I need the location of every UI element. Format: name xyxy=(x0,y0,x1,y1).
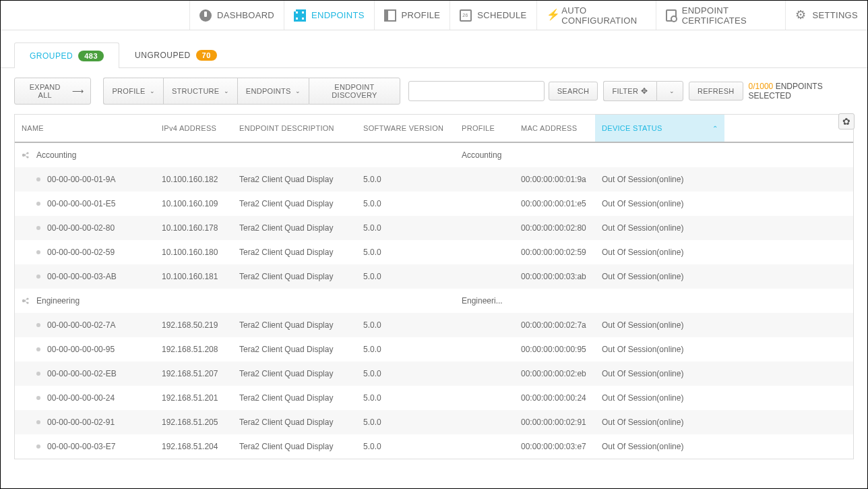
cell-desc: Tera2 Client Quad Display xyxy=(232,345,356,354)
table-row[interactable]: 00-00-00-00-00-24192.168.51.201Tera2 Cli… xyxy=(15,386,853,410)
nav-dashboard[interactable]: DASHBOARD xyxy=(189,1,284,30)
group-row[interactable]: AccountingAccounting xyxy=(15,143,853,167)
endpoints-button[interactable]: ENDPOINTS⌄ xyxy=(237,78,309,105)
col-mac-label: MAC ADDRESS xyxy=(521,124,577,132)
cell-status: Out Of Session(online) xyxy=(595,272,724,281)
nav-profile[interactable]: PROFILE xyxy=(374,1,450,30)
cell-ip: 10.100.160.180 xyxy=(155,248,232,257)
col-mac[interactable]: MAC ADDRESS xyxy=(514,124,595,132)
group-name: Engineering xyxy=(36,296,80,306)
group-profile: Engineeri... xyxy=(455,296,514,306)
cell-mac: 00:00:00:00:02:59 xyxy=(514,248,595,257)
cell-ip: 10.100.160.109 xyxy=(155,199,232,208)
cell-name: 00-00-00-00-02-80 xyxy=(47,223,115,233)
cell-ip: 192.168.50.219 xyxy=(155,320,232,330)
table-row[interactable]: 00-00-00-00-02-EB192.168.51.207Tera2 Cli… xyxy=(15,362,853,386)
bullet-icon xyxy=(36,396,40,400)
refresh-button[interactable]: REFRESH xyxy=(689,82,743,100)
group-profile: Accounting xyxy=(455,150,514,160)
table-row[interactable]: 00-00-00-00-03-E7192.168.51.204Tera2 Cli… xyxy=(15,434,853,459)
nav-settings[interactable]: SETTINGS xyxy=(785,1,867,30)
cell-status: Out Of Session(online) xyxy=(595,199,724,208)
grid-settings-button[interactable]: ✿ xyxy=(838,113,855,130)
cell-desc: Tera2 Client Quad Display xyxy=(232,320,356,330)
expand-icon: ⟶ xyxy=(72,86,82,96)
cell-mac: 00:00:00:00:02:80 xyxy=(514,223,595,233)
nav-endpoints[interactable]: ENDPOINTS xyxy=(284,1,374,30)
nav-auto[interactable]: AUTO CONFIGURATION xyxy=(536,1,656,30)
action-group: PROFILE⌄ STRUCTURE⌄ ENDPOINTS⌄ ENDPOINT … xyxy=(103,78,400,105)
discovery-button[interactable]: ENDPOINT DISCOVERY xyxy=(309,78,400,105)
bullet-icon xyxy=(36,347,40,351)
search-button-label: SEARCH xyxy=(557,87,590,95)
cell-name: 00-00-00-00-01-9A xyxy=(47,175,115,184)
nav-schedule[interactable]: SCHEDULE xyxy=(450,1,536,30)
expand-all-button[interactable]: EXPAND ALL⟶ xyxy=(14,78,91,105)
grid-body[interactable]: AccountingAccounting00-00-00-00-01-9A10.… xyxy=(15,143,853,459)
profile-button[interactable]: PROFILE⌄ xyxy=(103,78,162,105)
cell-ver: 5.0.0 xyxy=(356,223,455,233)
sub-tabs: GROUPED 483 UNGROUPED 70 xyxy=(1,30,867,68)
cell-desc: Tera2 Client Quad Display xyxy=(232,175,356,184)
refresh-button-label: REFRESH xyxy=(698,87,735,95)
nav-cert[interactable]: ENDPOINT CERTIFICATES xyxy=(656,1,784,30)
structure-button-label: STRUCTURE xyxy=(172,87,220,95)
table-row[interactable]: 00-00-00-00-03-AB10.100.160.181Tera2 Cli… xyxy=(15,264,853,289)
nav-cert-label: ENDPOINT CERTIFICATES xyxy=(682,5,776,26)
table-row[interactable]: 00-00-00-00-02-7A192.168.50.219Tera2 Cli… xyxy=(15,313,853,337)
cell-ver: 5.0.0 xyxy=(356,248,455,257)
col-desc[interactable]: ENDPOINT DESCRIPTION xyxy=(232,124,356,132)
cell-mac: 00:00:00:00:01:9a xyxy=(514,175,595,184)
col-ip-label: IPv4 ADDRESS xyxy=(162,124,216,132)
cell-mac: 00:00:00:00:03:ab xyxy=(514,272,595,281)
toolbar: EXPAND ALL⟶ PROFILE⌄ STRUCTURE⌄ ENDPOINT… xyxy=(1,68,867,114)
group-toggle-icon[interactable] xyxy=(22,150,31,160)
col-status[interactable]: DEVICE STATUS⌃ xyxy=(595,115,724,142)
filter-button[interactable]: FILTER✥ xyxy=(603,81,656,101)
col-profile-label: PROFILE xyxy=(462,124,495,132)
sort-asc-icon: ⌃ xyxy=(712,125,718,132)
cell-status: Out Of Session(online) xyxy=(595,345,724,354)
table-row[interactable]: 00-00-00-00-02-5910.100.160.180Tera2 Cli… xyxy=(15,240,853,264)
dashboard-icon xyxy=(199,9,212,22)
bullet-icon xyxy=(36,323,40,327)
col-ver[interactable]: SOFTWARE VERSION xyxy=(356,124,455,132)
cell-mac: 00:00:00:00:00:95 xyxy=(514,345,595,354)
col-ip[interactable]: IPv4 ADDRESS xyxy=(155,124,232,132)
cell-ver: 5.0.0 xyxy=(356,393,455,403)
nav-settings-label: SETTINGS xyxy=(813,10,858,20)
cell-status: Out Of Session(online) xyxy=(595,369,724,378)
structure-button[interactable]: STRUCTURE⌄ xyxy=(163,78,237,105)
table-row[interactable]: 00-00-00-00-02-91192.168.51.205Tera2 Cli… xyxy=(15,410,853,434)
cell-ip: 10.100.160.178 xyxy=(155,223,232,233)
gear-icon: ✿ xyxy=(842,116,850,127)
table-row[interactable]: 00-00-00-00-01-E510.100.160.109Tera2 Cli… xyxy=(15,192,853,216)
gear-icon xyxy=(795,9,807,22)
discovery-button-label: ENDPOINT DISCOVERY xyxy=(317,83,392,99)
col-name[interactable]: NAME xyxy=(15,124,155,132)
tab-grouped[interactable]: GROUPED 483 xyxy=(14,42,119,68)
table-row[interactable]: 00-00-00-00-00-95192.168.51.208Tera2 Cli… xyxy=(15,337,853,362)
grid-header: NAME IPv4 ADDRESS ENDPOINT DESCRIPTION S… xyxy=(15,115,853,143)
cell-ip: 10.100.160.181 xyxy=(155,272,232,281)
table-row[interactable]: 00-00-00-00-02-8010.100.160.178Tera2 Cli… xyxy=(15,216,853,240)
bullet-icon xyxy=(36,275,40,279)
filter-dropdown-button[interactable]: ⌄ xyxy=(656,81,683,101)
cell-name: 00-00-00-00-00-24 xyxy=(47,393,115,403)
search-button[interactable]: SEARCH xyxy=(549,82,598,100)
cell-status: Out Of Session(online) xyxy=(595,248,724,257)
svg-point-0 xyxy=(22,154,25,156)
cell-ver: 5.0.0 xyxy=(356,418,455,427)
group-toggle-icon[interactable] xyxy=(22,296,31,306)
col-profile[interactable]: PROFILE xyxy=(455,124,514,132)
search-input[interactable] xyxy=(408,81,545,101)
certificate-icon xyxy=(666,9,676,22)
group-row[interactable]: EngineeringEngineeri... xyxy=(15,289,853,313)
cell-mac: 00:00:00:00:03:e7 xyxy=(514,442,595,451)
tab-ungrouped-count: 70 xyxy=(196,50,217,61)
tab-ungrouped[interactable]: UNGROUPED 70 xyxy=(119,42,232,67)
table-row[interactable]: 00-00-00-00-01-9A10.100.160.182Tera2 Cli… xyxy=(15,167,853,192)
bolt-icon xyxy=(547,9,557,22)
tab-grouped-count: 483 xyxy=(78,51,104,61)
chevron-down-icon: ⌄ xyxy=(150,88,155,94)
